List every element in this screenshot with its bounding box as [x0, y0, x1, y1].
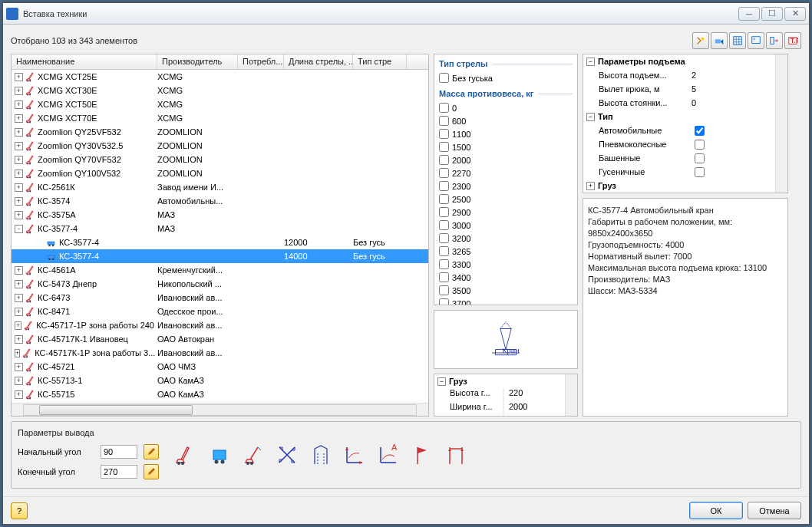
cw-checkbox[interactable]: 3265 [439, 245, 573, 258]
expand-toggle[interactable]: + [15, 321, 21, 330]
type-collapse[interactable]: − [586, 113, 595, 121]
tree-row[interactable]: КС-3577-414000Без гусь [12, 249, 428, 263]
expand-toggle[interactable]: + [15, 73, 23, 81]
expand-toggle[interactable]: + [15, 335, 23, 344]
expand-toggle[interactable]: + [15, 100, 23, 109]
maximize-button[interactable]: ☐ [761, 7, 783, 21]
axis-up-icon[interactable] [342, 442, 368, 468]
tree-row[interactable]: -КС-3577-4МАЗ [12, 222, 428, 236]
minimize-button[interactable]: ─ [738, 7, 760, 21]
expand-toggle[interactable]: + [15, 266, 23, 275]
expand-toggle[interactable]: + [15, 87, 23, 95]
cw-checkbox[interactable]: 3500 [439, 284, 573, 297]
cw-checkbox[interactable]: 600 [439, 114, 573, 127]
zone-icon[interactable] [308, 442, 334, 468]
no-jib-checkbox[interactable]: Без гуська [439, 71, 573, 84]
extra-collapse[interactable]: + [586, 182, 595, 190]
cw-checkbox[interactable]: 2500 [439, 193, 573, 206]
flag-1-icon[interactable] [409, 442, 435, 468]
axis-a-icon[interactable]: A [375, 442, 401, 468]
cw-checkbox[interactable]: 3000 [439, 219, 573, 232]
load-value[interactable]: 220 [503, 388, 565, 402]
cw-checkbox[interactable]: 2000 [439, 153, 573, 166]
tree-row[interactable]: +Zoomlion QY25VF532ZOOMLION [12, 125, 428, 139]
tree-row[interactable]: +Zoomlion QY70VF532ZOOMLION [12, 153, 428, 166]
col-consumption[interactable]: Потребл... [238, 54, 284, 69]
cw-checkbox[interactable]: 1500 [439, 140, 573, 153]
expand-toggle[interactable]: + [15, 142, 23, 150]
cw-checkbox[interactable]: 3400 [439, 271, 573, 284]
tree-row[interactable]: +КС-5473 ДнепрНикопольский ... [12, 277, 428, 291]
tree-row[interactable]: +КС-45717-1Р зона работы 240Ивановский а… [12, 318, 428, 332]
col-boom-length[interactable]: Длина стрелы, ... [284, 54, 353, 69]
end-angle-input[interactable] [101, 465, 137, 479]
expand-toggle[interactable]: + [15, 363, 23, 371]
tree-row[interactable]: +Zoomlion QY100V532ZOOMLION [12, 166, 428, 180]
arrows-cross-icon[interactable] [274, 442, 300, 468]
cancel-button[interactable]: Отмена [748, 502, 801, 519]
expand-toggle[interactable]: + [15, 156, 23, 164]
tree-row[interactable]: КС-3577-412000Без гусь [12, 236, 428, 249]
cw-checkbox[interactable]: 3700 [439, 297, 573, 305]
col-boom-type[interactable]: Тип стре [353, 54, 407, 69]
tool-1[interactable] [692, 32, 709, 49]
tree-row[interactable]: +XCMG XCT30EXCMG [12, 84, 428, 97]
expand-toggle[interactable]: + [15, 170, 23, 178]
tree-row[interactable]: +Zoomlion QY30V532.5ZOOMLION [12, 139, 428, 153]
expand-toggle[interactable]: + [15, 197, 23, 206]
tree-row[interactable]: +КС-55713-1ОАО КамАЗ [12, 374, 428, 387]
expand-toggle[interactable]: + [15, 280, 23, 288]
load-value[interactable]: 2000 [503, 402, 565, 416]
cw-checkbox[interactable]: 0 [439, 101, 573, 114]
expand-toggle[interactable]: - [15, 225, 23, 233]
cw-checkbox[interactable]: 2300 [439, 180, 573, 193]
tree-row[interactable]: +КС-45721ОАО ЧМЗ [12, 360, 428, 374]
equipment-tree[interactable]: Наименование Производитель Потребл... Дл… [11, 54, 429, 417]
tool-2[interactable] [711, 32, 728, 49]
help-button[interactable]: ? [11, 502, 28, 519]
cw-checkbox[interactable]: 2270 [439, 166, 573, 180]
close-button[interactable]: ✕ [784, 7, 806, 21]
params-scrollbar[interactable] [775, 54, 787, 193]
expand-toggle[interactable]: + [15, 294, 23, 302]
load-collapse[interactable]: − [437, 377, 446, 386]
col-manufacturer[interactable]: Производитель [157, 54, 238, 69]
tool-5[interactable] [766, 32, 783, 49]
tree-row[interactable]: +КС-45717К-1Р зона работы 3...Ивановский… [12, 346, 428, 360]
flag-2-icon[interactable] [443, 442, 469, 468]
type-checkbox[interactable] [687, 137, 775, 152]
end-angle-edit[interactable] [144, 464, 159, 479]
tree-row[interactable]: +КС-4561АКременчугский... [12, 263, 428, 277]
tool-3[interactable] [729, 32, 746, 49]
tree-row[interactable]: +КС-3574Автомобильны... [12, 194, 428, 208]
type-checkbox[interactable] [687, 151, 775, 166]
cw-checkbox[interactable]: 2900 [439, 206, 573, 219]
tree-row[interactable]: +КС-8471Одесское прои... [12, 305, 428, 318]
type-checkbox[interactable] [687, 165, 775, 180]
lift-collapse[interactable]: − [586, 58, 595, 66]
load-scrollbar[interactable] [565, 374, 577, 416]
expand-toggle[interactable]: + [15, 128, 23, 137]
expand-toggle[interactable]: + [15, 114, 23, 123]
cw-checkbox[interactable]: 1100 [439, 127, 573, 140]
tree-row[interactable]: +КС-2561КЗавод имени И... [12, 180, 428, 194]
expand-toggle[interactable]: + [15, 349, 20, 357]
tree-row[interactable]: +XCMG XCT50EXCMG [12, 97, 428, 111]
col-name[interactable]: Наименование [12, 54, 157, 69]
cw-checkbox[interactable]: 3200 [439, 232, 573, 245]
expand-toggle[interactable]: + [15, 183, 23, 192]
param-value[interactable]: 0 [687, 98, 775, 107]
start-angle-edit[interactable] [144, 444, 159, 459]
param-value[interactable]: 2 [687, 71, 775, 80]
expand-toggle[interactable]: + [15, 308, 23, 316]
tool-4[interactable] [748, 32, 764, 49]
tree-row[interactable]: +КС-3575АМАЗ [12, 208, 428, 222]
start-angle-input[interactable] [101, 445, 137, 459]
expand-toggle[interactable]: + [15, 211, 23, 219]
tool-6[interactable]: T.P. [784, 32, 801, 49]
expand-toggle[interactable]: + [15, 377, 23, 385]
h-scrollbar[interactable] [12, 403, 428, 416]
view-crane-3-icon[interactable] [240, 442, 266, 468]
cw-checkbox[interactable]: 3300 [439, 258, 573, 271]
view-crane-1-icon[interactable] [173, 442, 199, 468]
